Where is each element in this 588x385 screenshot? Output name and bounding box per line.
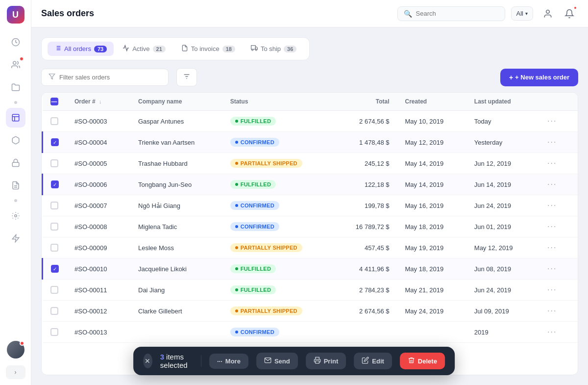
filter-sales-orders-input[interactable] xyxy=(59,74,161,81)
row-actions-cell[interactable]: ··· xyxy=(536,301,578,322)
row-checkbox-cell[interactable]: ✓ xyxy=(43,258,67,280)
row-checkbox[interactable] xyxy=(50,244,58,252)
people-icon[interactable] xyxy=(6,55,25,75)
row-checkbox-cell[interactable] xyxy=(43,216,67,237)
orders-icon[interactable] xyxy=(6,108,25,128)
select-all-header[interactable]: — xyxy=(43,93,67,111)
row-more-btn[interactable]: ··· xyxy=(543,200,561,210)
tab-active[interactable]: Active 21 xyxy=(116,42,172,56)
edit-btn[interactable]: Edit xyxy=(354,353,392,369)
total-cell: 199,78 $ xyxy=(334,195,397,216)
user-avatar[interactable] xyxy=(7,341,24,359)
row-checkbox-cell[interactable] xyxy=(43,195,67,216)
last-updated-cell: Today xyxy=(466,111,536,132)
col-total[interactable]: Total xyxy=(334,93,397,111)
settings-icon[interactable] xyxy=(6,206,25,226)
row-actions-cell[interactable]: ··· xyxy=(536,132,578,153)
row-more-btn[interactable]: ··· xyxy=(543,306,561,316)
tab-to-ship[interactable]: To ship 36 xyxy=(244,42,303,56)
order-number-cell: #SO-00013 xyxy=(67,322,130,343)
folder-icon[interactable] xyxy=(6,77,25,97)
sidebar-collapse-btn[interactable]: › xyxy=(6,365,25,379)
print-btn[interactable]: Print xyxy=(306,353,346,369)
company-name-cell: Tongbang Jun-Seo xyxy=(130,174,222,195)
bottom-action-bar: ✕ 3 items selected ··· More Send Print E… xyxy=(133,347,455,375)
new-sales-order-btn[interactable]: + + New sales order xyxy=(500,69,578,86)
col-company-name[interactable]: Company name xyxy=(130,93,222,111)
row-more-btn[interactable]: ··· xyxy=(543,116,561,126)
row-actions-cell[interactable]: ··· xyxy=(536,322,578,343)
row-actions-cell[interactable]: ··· xyxy=(536,174,578,195)
svg-point-17 xyxy=(252,49,253,51)
row-checkbox-cell[interactable] xyxy=(43,301,67,322)
tab-all-orders[interactable]: All orders 73 xyxy=(48,42,114,56)
company-name-cell: Ngô Hải Giang xyxy=(130,195,222,216)
header: Sales orders 🔍 All ▾ xyxy=(31,0,588,27)
row-more-btn[interactable]: ··· xyxy=(543,137,561,147)
row-more-btn[interactable]: ··· xyxy=(543,327,561,337)
row-more-btn[interactable]: ··· xyxy=(543,158,561,168)
created-cell xyxy=(397,322,466,343)
row-checkbox[interactable] xyxy=(50,286,58,294)
print-icon xyxy=(314,357,321,365)
row-more-btn[interactable]: ··· xyxy=(543,179,561,189)
col-created[interactable]: Created xyxy=(397,93,466,111)
filter-input-wrapper[interactable] xyxy=(41,69,169,86)
row-more-btn[interactable]: ··· xyxy=(543,242,561,253)
user-profile-btn[interactable] xyxy=(539,5,557,23)
row-actions-cell[interactable]: ··· xyxy=(536,280,578,301)
separator-dot-2 xyxy=(14,199,17,202)
separator-dot-1 xyxy=(14,101,17,104)
row-checkbox-cell[interactable] xyxy=(43,111,67,132)
col-last-updated[interactable]: Last updated xyxy=(466,93,536,111)
row-actions-cell[interactable]: ··· xyxy=(536,258,578,280)
notifications-btn[interactable] xyxy=(561,5,578,23)
lightning-icon[interactable] xyxy=(6,229,25,248)
row-checkbox-cell[interactable] xyxy=(43,322,67,343)
col-status[interactable]: Status xyxy=(222,93,334,111)
cube-icon[interactable] xyxy=(6,130,25,150)
filter-options-btn[interactable] xyxy=(176,68,197,86)
row-actions-cell[interactable]: ··· xyxy=(536,237,578,258)
doc-icon[interactable] xyxy=(6,176,25,195)
row-checkbox[interactable]: ✓ xyxy=(51,180,59,188)
delete-btn[interactable]: Delete xyxy=(400,353,445,369)
deselect-btn[interactable]: ✕ xyxy=(143,354,152,368)
header-icons xyxy=(539,5,578,23)
lock-icon[interactable] xyxy=(6,153,25,173)
row-actions-cell[interactable]: ··· xyxy=(536,216,578,237)
row-more-btn[interactable]: ··· xyxy=(543,221,561,231)
row-actions-cell[interactable]: ··· xyxy=(536,153,578,174)
search-box[interactable]: 🔍 xyxy=(397,6,505,21)
search-input[interactable] xyxy=(416,10,499,17)
app-logo[interactable]: U xyxy=(7,6,24,24)
plus-icon: + xyxy=(509,74,513,81)
row-checkbox[interactable]: ✓ xyxy=(51,138,59,146)
table-row: #SO-00003 Gaspar Antunes FULFILLED 2 674… xyxy=(43,111,578,132)
row-checkbox[interactable] xyxy=(50,328,58,336)
row-checkbox[interactable] xyxy=(50,159,58,167)
row-checkbox[interactable] xyxy=(50,202,58,209)
row-actions-cell[interactable]: ··· xyxy=(536,111,578,132)
trash-icon xyxy=(408,357,415,365)
send-btn[interactable]: Send xyxy=(256,353,298,369)
dashboard-icon[interactable] xyxy=(6,32,25,52)
row-checkbox-cell[interactable] xyxy=(43,280,67,301)
more-btn[interactable]: ··· More xyxy=(209,354,248,369)
row-actions-cell[interactable]: ··· xyxy=(536,195,578,216)
search-filter-dropdown[interactable]: All ▾ xyxy=(511,6,533,21)
row-more-btn[interactable]: ··· xyxy=(543,284,561,295)
row-checkbox[interactable] xyxy=(50,307,58,315)
row-checkbox-cell[interactable]: ✓ xyxy=(43,132,67,153)
last-updated-cell: Yesterday xyxy=(466,132,536,153)
tab-to-invoice[interactable]: To invoice 18 xyxy=(174,42,242,56)
row-checkbox-cell[interactable] xyxy=(43,153,67,174)
select-all-checkbox[interactable]: — xyxy=(50,98,58,105)
row-checkbox[interactable]: ✓ xyxy=(51,265,59,273)
row-checkbox-cell[interactable]: ✓ xyxy=(43,174,67,195)
row-checkbox[interactable] xyxy=(50,223,58,231)
col-order-num[interactable]: Order # ↓ xyxy=(67,93,130,111)
row-more-btn[interactable]: ··· xyxy=(543,263,561,274)
row-checkbox-cell[interactable] xyxy=(43,237,67,258)
row-checkbox[interactable] xyxy=(50,117,58,125)
